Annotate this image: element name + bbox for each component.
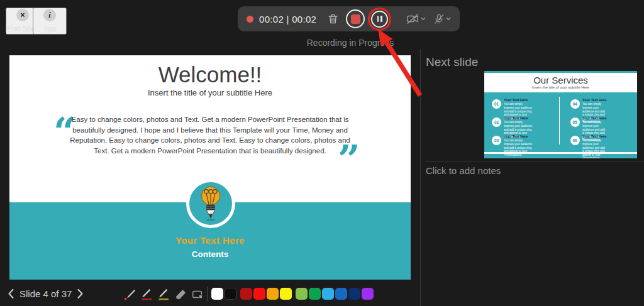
toolbar-divider <box>207 287 208 302</box>
service-item: 06 Your Text Here You can simply impress… <box>570 133 631 150</box>
color-swatch-dark-red[interactable] <box>240 288 252 300</box>
color-swatch-purple[interactable] <box>362 288 374 300</box>
service-item: 02 Your Text Here You can simply impress… <box>492 115 562 131</box>
stop-recording-button[interactable] <box>346 9 365 28</box>
color-swatch-navy[interactable] <box>348 288 360 300</box>
laser-pointer-tool[interactable] <box>123 287 136 302</box>
next-slide-label: Next slide <box>426 55 478 69</box>
trash-icon <box>327 13 339 25</box>
slide-caption-sub: Contents <box>9 249 411 259</box>
color-swatch-green[interactable] <box>309 288 321 300</box>
select-tool[interactable] <box>191 287 204 302</box>
annotation-circle <box>368 8 391 31</box>
slide-subtitle: Insert the title of your subtitle Here <box>9 88 411 97</box>
current-slide-canvas[interactable]: Welcome!! Insert the title of your subti… <box>9 55 411 280</box>
slide-title: Welcome!! <box>9 62 411 87</box>
pen-icon <box>140 287 153 302</box>
color-swatch-yellow[interactable] <box>280 288 292 300</box>
eraser-tool[interactable] <box>174 287 187 302</box>
previous-slide-button[interactable] <box>8 288 14 299</box>
laser-pointer-icon <box>123 287 136 302</box>
ink-color-palette <box>211 288 375 300</box>
lightbulb-pencil-icon <box>196 184 225 223</box>
notes-divider <box>425 161 644 162</box>
microphone-toggle-button[interactable] <box>433 13 451 25</box>
chevron-left-icon <box>8 288 14 299</box>
slide-caption-label: Your Text Here <box>9 235 411 246</box>
next-slide-thumbnail[interactable]: Our Services Insert the title of your su… <box>484 71 637 158</box>
recording-indicator-dot <box>247 16 253 23</box>
eraser-icon <box>174 287 187 302</box>
service-item: 01 Your Text Here You can simply impress… <box>492 97 562 113</box>
pause-recording-button[interactable] <box>371 11 388 28</box>
highlighter-icon <box>157 287 170 302</box>
notes-placeholder[interactable]: Click to add notes <box>426 165 501 176</box>
x-circle-icon: × <box>16 9 29 21</box>
lightbulb-badge <box>186 179 235 228</box>
color-swatch-light-green[interactable] <box>296 288 308 300</box>
chevron-right-icon <box>77 288 84 299</box>
next-slide-button[interactable] <box>77 288 84 299</box>
camera-off-icon <box>406 13 419 25</box>
pen-tool[interactable] <box>140 287 153 302</box>
camera-toggle-button[interactable] <box>406 13 426 25</box>
slide-counter: Slide 4 of 37 <box>19 288 72 299</box>
color-swatch-white[interactable] <box>211 288 223 300</box>
tips-label: Tips <box>43 25 57 33</box>
thumbnail-title: Our Services <box>484 75 637 85</box>
service-item: 04 Your Text Here You can simply impress… <box>570 97 631 113</box>
info-circle-icon: i <box>43 9 56 21</box>
color-swatch-black[interactable] <box>225 288 236 300</box>
presenter-bottom-bar: Slide 4 of 37 <box>0 281 420 306</box>
slide-body-text: Easy to change colors, photos and Text. … <box>62 114 358 156</box>
chevron-down-icon <box>421 17 426 21</box>
recording-toolbar: 00:02 | 00:02 <box>238 6 460 31</box>
ink-toolbar <box>123 287 204 302</box>
recording-timer: 00:02 | 00:02 <box>259 14 316 25</box>
mic-off-icon <box>433 13 445 25</box>
color-swatch-sky-blue[interactable] <box>322 288 334 300</box>
color-swatch-orange[interactable] <box>267 288 279 300</box>
color-swatch-blue[interactable] <box>335 288 347 300</box>
color-swatch-red[interactable] <box>253 288 265 300</box>
select-tool-icon <box>191 287 204 302</box>
service-item: 05 Your Text Here You can simply impress… <box>570 115 631 131</box>
highlighter-tool[interactable] <box>157 287 170 302</box>
delete-recording-button[interactable] <box>327 13 339 25</box>
service-item: 03 Your Text Here You can simply impress… <box>492 133 562 150</box>
pause-icon <box>377 16 379 22</box>
chevron-down-icon <box>446 17 451 21</box>
stop-icon <box>351 14 360 24</box>
panel-divider <box>420 49 421 306</box>
tips-button[interactable]: i Tips <box>33 8 67 35</box>
thumbnail-subtitle: Insert the title of your subtitle Here <box>484 85 637 89</box>
recording-status-text: Recording in Progress <box>275 38 426 48</box>
